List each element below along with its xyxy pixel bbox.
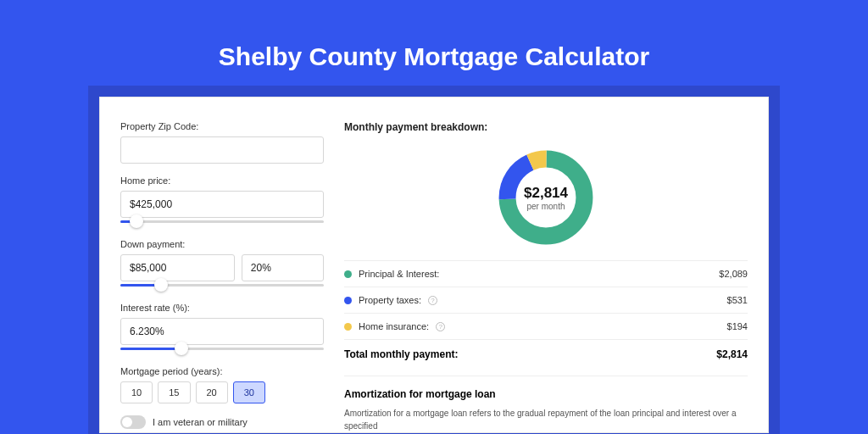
breakdown-title: Monthly payment breakdown:: [344, 121, 748, 133]
veteran-toggle[interactable]: [120, 415, 146, 429]
total-value: $2,814: [716, 348, 748, 360]
page-title: Shelby County Mortgage Calculator: [219, 42, 649, 71]
donut-center: $2,814 per month: [495, 147, 597, 248]
home-price-input[interactable]: [120, 191, 324, 218]
down-payment-percent-input[interactable]: [242, 254, 324, 281]
legend-value: $531: [727, 295, 748, 305]
home-price-label: Home price:: [120, 175, 324, 186]
toggle-knob-icon: [122, 417, 132, 427]
inputs-column: Property Zip Code: Home price: Down paym…: [120, 121, 324, 432]
legend-row-principal: Principal & Interest: $2,089: [344, 260, 748, 287]
calculator-card: Property Zip Code: Home price: Down paym…: [99, 97, 769, 433]
legend-value: $2,089: [719, 269, 748, 279]
slider-thumb-icon[interactable]: [175, 342, 188, 355]
legend-label: Principal & Interest:: [359, 269, 439, 279]
down-payment-label: Down payment:: [120, 239, 324, 249]
veteran-toggle-row: I am veteran or military: [120, 415, 324, 429]
amortization-text: Amortization for a mortgage loan refers …: [344, 407, 748, 432]
legend-dot-icon: [344, 270, 352, 278]
total-row: Total monthly payment: $2,814: [344, 339, 748, 372]
total-label: Total monthly payment:: [344, 348, 458, 360]
period-label: Mortgage period (years):: [120, 366, 324, 376]
zip-label: Property Zip Code:: [120, 121, 324, 131]
period-option-15[interactable]: 15: [158, 381, 190, 403]
donut-chart-wrap: $2,814 per month: [344, 143, 748, 260]
legend-row-taxes: Property taxes: ? $531: [344, 287, 748, 313]
zip-input[interactable]: [120, 136, 324, 164]
period-button-group: 10 15 20 30: [120, 381, 324, 403]
info-icon[interactable]: ?: [428, 296, 437, 305]
amortization-heading: Amortization for mortgage loan: [344, 388, 748, 400]
slider-thumb-icon[interactable]: [130, 214, 143, 228]
breakdown-column: Monthly payment breakdown: $2,814 per mo…: [344, 121, 748, 432]
period-option-10[interactable]: 10: [120, 381, 153, 403]
period-option-30[interactable]: 30: [233, 381, 265, 403]
donut-amount: $2,814: [524, 185, 568, 202]
amortization-section: Amortization for mortgage loan Amortizat…: [344, 376, 748, 432]
legend-value: $194: [727, 321, 748, 331]
down-payment-amount-input[interactable]: [120, 254, 235, 281]
interest-label: Interest rate (%):: [120, 303, 324, 313]
period-option-20[interactable]: 20: [196, 381, 228, 403]
legend-dot-icon: [344, 323, 352, 331]
info-icon[interactable]: ?: [436, 322, 445, 331]
veteran-label: I am veteran or military: [153, 417, 248, 427]
donut-sublabel: per month: [526, 202, 565, 211]
legend-label: Home insurance:: [359, 321, 429, 331]
interest-slider[interactable]: [120, 344, 324, 354]
legend-dot-icon: [344, 297, 352, 304]
down-payment-slider[interactable]: [120, 281, 324, 291]
legend-label: Property taxes:: [359, 295, 421, 305]
home-price-slider[interactable]: [120, 217, 324, 227]
donut-chart: $2,814 per month: [495, 147, 597, 248]
interest-input[interactable]: [120, 318, 324, 345]
legend-row-insurance: Home insurance: ? $194: [344, 313, 748, 339]
slider-thumb-icon[interactable]: [154, 278, 168, 292]
